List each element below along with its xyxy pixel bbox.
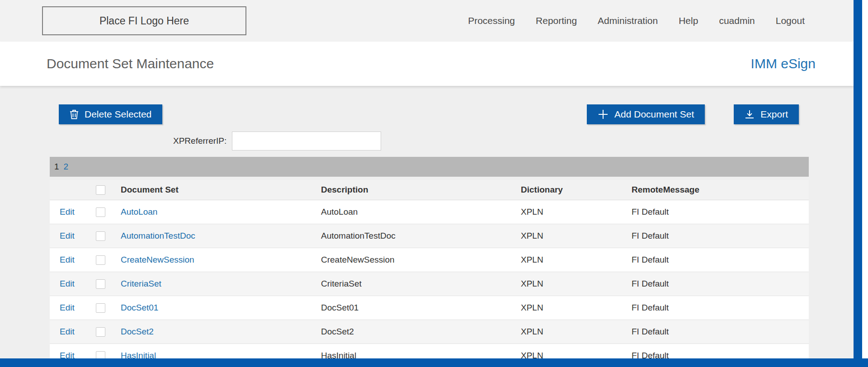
toolbar: Delete Selected Add Document Set — [59, 104, 799, 124]
remote-message-cell: FI Default — [632, 231, 809, 241]
remote-message-cell: FI Default — [632, 303, 809, 313]
checkbox-cell — [96, 303, 121, 313]
nav-item-logout[interactable]: Logout — [776, 15, 805, 26]
edit-link[interactable]: Edit — [60, 327, 75, 336]
page-2-link[interactable]: 2 — [64, 162, 69, 172]
table-row: Edit DocSet01 DocSet01 XPLN FI Default — [50, 296, 809, 320]
remote-message-cell: FI Default — [632, 255, 809, 265]
document-set-link[interactable]: AutomationTestDoc — [121, 231, 195, 240]
row-checkbox[interactable] — [96, 231, 105, 241]
nav-item-reporting[interactable]: Reporting — [536, 15, 577, 26]
document-set-link[interactable]: AutoLoan — [121, 207, 157, 216]
footer-bar — [0, 358, 868, 367]
xpreferrerip-input[interactable] — [232, 132, 381, 151]
row-checkbox[interactable] — [96, 255, 105, 265]
checkbox-cell — [96, 231, 121, 241]
remote-message-cell: FI Default — [632, 327, 809, 337]
dictionary-cell: XPLN — [521, 207, 632, 217]
row-checkbox[interactable] — [96, 279, 105, 289]
xpreferrerip-label: XPReferrerIP: — [173, 136, 226, 146]
edit-cell: Edit — [50, 207, 96, 217]
export-button[interactable]: Export — [734, 104, 799, 124]
nav-item-cuadmin[interactable]: cuadmin — [719, 15, 755, 26]
add-document-set-label: Add Document Set — [614, 109, 694, 120]
document-set-link[interactable]: DocSet01 — [121, 303, 158, 312]
checkbox-cell — [96, 207, 121, 217]
dictionary-cell: XPLN — [521, 255, 632, 265]
delete-selected-button[interactable]: Delete Selected — [59, 104, 162, 124]
scrollbar-stripe[interactable] — [854, 0, 862, 367]
export-label: Export — [760, 109, 788, 120]
fi-logo-placeholder: Place FI Logo Here — [42, 6, 246, 35]
title-bar: Document Set Maintenance IMM eSign — [0, 42, 854, 86]
remote-message-cell: FI Default — [632, 207, 809, 217]
row-checkbox[interactable] — [96, 327, 105, 337]
table-row: Edit DocSet2 DocSet2 XPLN FI Default — [50, 320, 809, 344]
delete-selected-label: Delete Selected — [85, 109, 151, 120]
select-all-checkbox[interactable] — [96, 185, 105, 195]
edit-cell: Edit — [50, 327, 96, 337]
document-set-link[interactable]: CriteriaSet — [121, 279, 161, 288]
table-body: Edit AutoLoan AutoLoan XPLN FI Default E… — [50, 200, 809, 367]
nav-item-processing[interactable]: Processing — [468, 15, 515, 26]
column-header-remote-message: RemoteMessage — [632, 185, 809, 195]
checkbox-cell — [96, 255, 121, 265]
table-row: Edit AutoLoan AutoLoan XPLN FI Default — [50, 200, 809, 224]
description-cell: CriteriaSet — [321, 279, 521, 289]
fi-logo-text: Place FI Logo Here — [99, 15, 189, 27]
app-window: Place FI Logo Here Processing Reporting … — [0, 0, 854, 367]
table-row: Edit CreateNewSession CreateNewSession X… — [50, 248, 809, 272]
edit-cell: Edit — [50, 303, 96, 313]
edit-link[interactable]: Edit — [60, 207, 75, 216]
download-icon — [745, 109, 755, 119]
nav-item-administration[interactable]: Administration — [598, 15, 658, 26]
trash-icon — [70, 109, 79, 119]
table-header-row: Document Set Description Dictionary Remo… — [50, 180, 809, 200]
row-checkbox[interactable] — [96, 207, 105, 217]
table-row: Edit CriteriaSet CriteriaSet XPLN FI Def… — [50, 272, 809, 296]
dictionary-cell: XPLN — [521, 279, 632, 289]
description-cell: DocSet01 — [321, 303, 521, 313]
toolbar-right: Add Document Set Export — [587, 104, 799, 124]
edit-cell: Edit — [50, 231, 96, 241]
table-row: Edit AutomationTestDoc AutomationTestDoc… — [50, 224, 809, 248]
description-cell: AutoLoan — [321, 207, 521, 217]
page-1-link[interactable]: 1 — [54, 162, 59, 172]
header-checkbox-cell — [96, 185, 121, 195]
column-header-document-set: Document Set — [121, 185, 321, 195]
edit-link[interactable]: Edit — [60, 255, 75, 264]
page-title: Document Set Maintenance — [47, 56, 214, 71]
edit-link[interactable]: Edit — [60, 303, 75, 312]
column-header-description: Description — [321, 185, 521, 195]
brand-imm-esign: IMM eSign — [751, 56, 816, 71]
plus-icon — [598, 109, 609, 120]
column-header-dictionary: Dictionary — [521, 185, 632, 195]
pagination-bar: 1 2 — [50, 157, 809, 177]
dictionary-cell: XPLN — [521, 303, 632, 313]
description-cell: DocSet2 — [321, 327, 521, 337]
remote-message-cell: FI Default — [632, 279, 809, 289]
add-document-set-button[interactable]: Add Document Set — [587, 104, 705, 124]
document-set-link[interactable]: DocSet2 — [121, 327, 154, 336]
edit-cell: Edit — [50, 279, 96, 289]
dictionary-cell: XPLN — [521, 327, 632, 337]
description-cell: AutomationTestDoc — [321, 231, 521, 241]
filter-row: XPReferrerIP: — [173, 132, 854, 151]
edit-link[interactable]: Edit — [60, 279, 75, 288]
edit-cell: Edit — [50, 255, 96, 265]
top-header: Place FI Logo Here Processing Reporting … — [0, 0, 854, 42]
checkbox-cell — [96, 279, 121, 289]
description-cell: CreateNewSession — [321, 255, 521, 265]
document-set-link[interactable]: CreateNewSession — [121, 255, 194, 264]
checkbox-cell — [96, 327, 121, 337]
nav-item-help[interactable]: Help — [679, 15, 698, 26]
edit-link[interactable]: Edit — [60, 231, 75, 240]
main-nav: Processing Reporting Administration Help… — [468, 15, 805, 26]
dictionary-cell: XPLN — [521, 231, 632, 241]
row-checkbox[interactable] — [96, 303, 105, 313]
document-set-table: 1 2 Document Set Description Dictionary … — [50, 157, 809, 367]
